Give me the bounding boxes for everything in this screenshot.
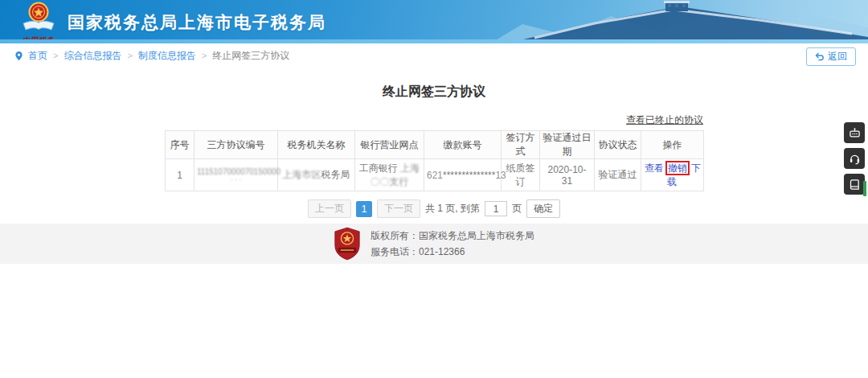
footer: 版权所有：国家税务总局上海市税务局 服务电话：021-12366	[0, 224, 868, 264]
table-row: 1 1115107000070150000 · · · 上海市区税务局 工商银行…	[166, 159, 704, 191]
agreement-no-masked-line2: · · ·	[197, 176, 275, 183]
breadcrumb-item-comprehensive-report[interactable]: 综合信息报告	[63, 49, 121, 63]
tax-emblem-icon	[20, 2, 57, 32]
back-button-label: 返回	[828, 50, 847, 64]
ai-assistant-button[interactable]	[844, 122, 865, 143]
column-header-sign-method: 签订方式	[502, 131, 540, 159]
cell-verify-date: 2020-10-31	[540, 159, 595, 191]
breadcrumb-separator: >	[202, 51, 207, 60]
map-pin-icon	[14, 51, 23, 61]
pagination-page-text: 页	[512, 202, 522, 216]
breadcrumb-item-home[interactable]: 首页	[28, 49, 47, 63]
account-suffix: 13	[495, 170, 506, 181]
cell-actions: 查看撤销下载	[641, 159, 704, 191]
breadcrumb-item-system-report[interactable]: 制度信息报告	[138, 49, 196, 63]
confirm-button[interactable]: 确定	[526, 199, 560, 218]
prev-page-button[interactable]: 上一页	[308, 199, 351, 218]
cell-tax-authority: 上海市区税务局	[278, 159, 355, 191]
guide-button[interactable]	[844, 174, 865, 195]
column-header-verify-date: 验证通过日期	[540, 131, 595, 159]
site-title: 国家税务总局上海市电子税务局	[68, 11, 326, 34]
page-jump-input[interactable]	[485, 201, 507, 216]
breadcrumb-separator: >	[53, 51, 58, 60]
breadcrumb: 首页 > 综合信息报告 > 制度信息报告 > 终止网签三方协议 返回	[0, 43, 868, 68]
column-header-actions: 操作	[641, 131, 704, 159]
revoke-link[interactable]: 撤销	[668, 162, 687, 174]
revoke-annotation-box: 撤销	[665, 161, 690, 175]
account-stars: **************	[443, 170, 495, 181]
column-header-account: 缴款账号	[424, 131, 502, 159]
page-title: 终止网签三方协议	[0, 84, 868, 101]
pagination-total-text: 共 1 页, 到第	[425, 202, 480, 216]
cell-account-no: 621**************13	[424, 159, 502, 191]
footer-copyright: 版权所有：国家税务总局上海市税务局	[371, 228, 534, 244]
column-header-agreement-no: 三方协议编号	[194, 131, 278, 159]
pencil-accent-icon	[863, 181, 866, 196]
floating-toolbar	[844, 122, 865, 195]
account-prefix: 621	[427, 170, 443, 181]
customer-service-button[interactable]	[844, 148, 865, 169]
cell-status: 验证通过	[595, 159, 641, 191]
tax-shield-icon	[334, 227, 361, 261]
view-link[interactable]: 查看	[645, 162, 664, 174]
view-terminated-agreements-link[interactable]: 查看已终止的协议	[626, 114, 703, 125]
agreements-section: 查看已终止的协议 序号 三方协议编号 税务机关名称 银行营业网点 缴款账号 签订…	[165, 112, 703, 218]
column-header-tax-authority: 税务机关名称	[278, 131, 355, 159]
guide-book-icon	[849, 179, 861, 191]
cell-bank-branch: 工商银行 上海〇〇支行	[355, 159, 424, 191]
cell-sign-method: 纸质签订	[502, 159, 540, 191]
page-1-button[interactable]: 1	[356, 201, 372, 217]
cell-agreement-no: 1115107000070150000 · · ·	[194, 159, 278, 191]
breadcrumb-item-current: 终止网签三方协议	[212, 49, 289, 63]
agreements-table: 序号 三方协议编号 税务机关名称 银行营业网点 缴款账号 签订方式 验证通过日期…	[165, 130, 704, 191]
breadcrumb-separator: >	[127, 51, 132, 60]
robot-assistant-icon	[849, 127, 861, 139]
bank-name: 工商银行	[359, 162, 398, 174]
headset-icon	[849, 153, 861, 165]
column-header-status: 协议状态	[595, 131, 641, 159]
next-page-button[interactable]: 下一页	[377, 199, 420, 218]
tax-authority-suffix: 税务局	[321, 169, 350, 180]
logo-caption: 中国税务	[16, 35, 61, 43]
great-wall-illustration	[490, 0, 868, 43]
tax-authority-masked: 上海市区	[283, 169, 321, 180]
back-arrow-icon	[815, 52, 825, 61]
table-header-row: 序号 三方协议编号 税务机关名称 银行营业网点 缴款账号 签订方式 验证通过日期…	[166, 131, 704, 159]
column-header-no: 序号	[166, 131, 194, 159]
back-button[interactable]: 返回	[806, 47, 856, 66]
header-banner: 中国税务 国家税务总局上海市电子税务局	[0, 0, 868, 43]
cell-index: 1	[166, 159, 194, 191]
pagination: 上一页 1 下一页 共 1 页, 到第 页 确定	[165, 199, 703, 218]
column-header-bank-branch: 银行营业网点	[355, 131, 424, 159]
footer-phone: 服务电话：021-12366	[371, 244, 534, 260]
